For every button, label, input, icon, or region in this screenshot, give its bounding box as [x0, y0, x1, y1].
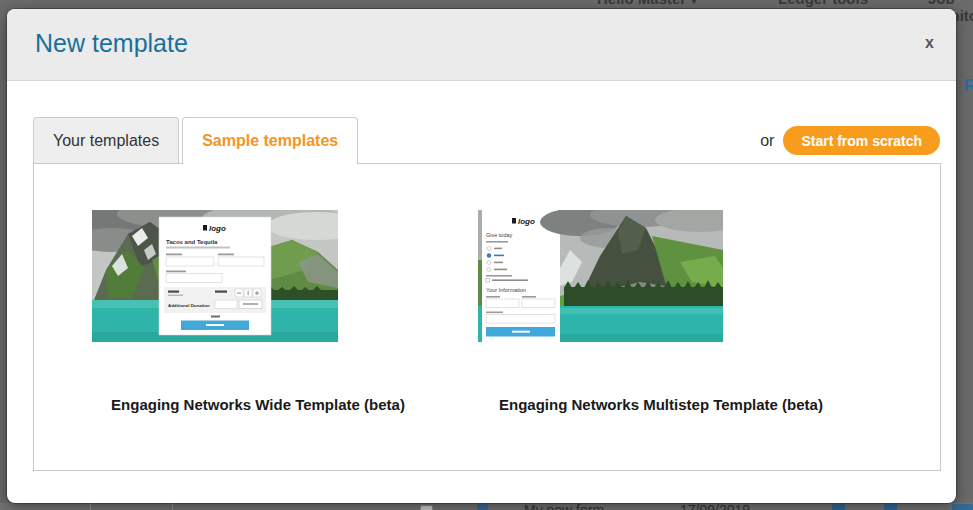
screen: Hello Master ▾ Ledger tools Job monitor …	[0, 0, 973, 510]
start-from-scratch-row: or Start from scratch	[760, 126, 940, 155]
close-icon[interactable]: x	[925, 35, 934, 51]
bg-copy-icon	[884, 504, 897, 510]
multistep-heading: Give today	[486, 232, 513, 238]
dialog-title: New template	[35, 29, 188, 58]
multistep-logo-text: logo	[518, 217, 535, 226]
wide-template-preview-image: logo Tacos and Tequila	[92, 210, 338, 342]
template-thumbnail-wide[interactable]: logo Tacos and Tequila	[92, 210, 338, 342]
bg-edit-icon	[832, 504, 845, 510]
tab-your-templates[interactable]: Your templates	[33, 117, 179, 163]
or-label: or	[760, 132, 774, 150]
bg-edge-letter: R	[964, 76, 973, 96]
bg-row-checkbox	[420, 505, 433, 510]
bg-divider	[90, 503, 91, 510]
bg-divider	[172, 503, 173, 510]
bg-action-icon	[952, 504, 973, 510]
bg-row-form-name: My new form	[524, 502, 604, 510]
sample-templates-panel: logo Tacos and Tequila	[33, 163, 941, 471]
dialog-header: New template x	[7, 9, 956, 81]
bg-nav-ledger-tools: Ledger tools	[778, 0, 868, 7]
wide-event-heading: Tacos and Tequila	[166, 239, 218, 245]
wide-form-card: logo Tacos and Tequila	[159, 217, 271, 335]
tab-sample-templates[interactable]: Sample templates	[182, 117, 358, 164]
template-caption-wide: Engaging Networks Wide Template (beta)	[36, 396, 480, 413]
multistep-photo	[540, 210, 723, 342]
template-caption-multistep: Engaging Networks Multistep Template (be…	[439, 396, 883, 413]
template-thumbnail-multistep[interactable]: logo Give today Your	[478, 210, 723, 342]
multistep-template-preview-image: logo Give today Your	[478, 210, 723, 342]
bg-nav-hello-master: Hello Master ▾	[597, 0, 698, 8]
bg-form-icon	[477, 504, 488, 510]
start-from-scratch-button[interactable]: Start from scratch	[783, 126, 940, 155]
template-tabs: Your templates Sample templates	[33, 117, 358, 164]
bg-row-date: 17/09/2019	[680, 502, 750, 510]
wide-additional-donation-label: Additional Donation	[168, 303, 210, 308]
multistep-your-information-label: Your Information	[486, 287, 526, 293]
wide-logo-text: logo	[209, 224, 226, 233]
new-template-dialog: New template x Your templates Sample tem…	[7, 9, 956, 503]
